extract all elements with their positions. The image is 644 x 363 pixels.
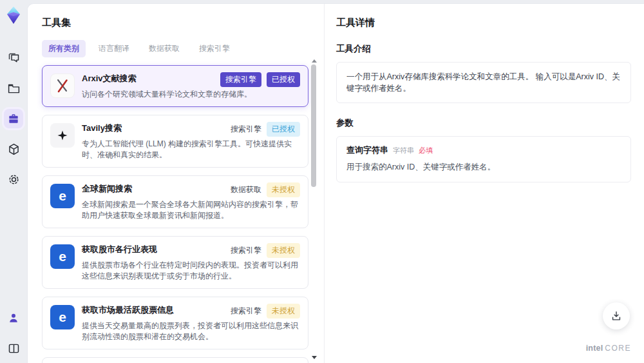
params-section-title: 参数 [336, 117, 631, 129]
page-title: 工具集 [42, 17, 324, 29]
param-type: 字符串 [393, 146, 414, 155]
arxiv-logo-icon [50, 74, 75, 98]
tool-name: 获取股市各行业表现 [82, 243, 157, 256]
sidebar-item-user[interactable] [4, 308, 23, 328]
intel-core-logo: intel CORE [586, 344, 631, 353]
intro-section-title: 工具介绍 [336, 43, 631, 55]
brand-intel-text: intel [586, 344, 603, 353]
main-content: 工具集 所有类别 语言翻译 数据获取 搜索引擎 Arxiv文献搜索 [27, 3, 644, 363]
tab-search-engine[interactable]: 搜索引擎 [193, 40, 236, 57]
tool-list-scrollbar[interactable] [311, 58, 317, 360]
param-name: 查询字符串 [346, 144, 388, 156]
tool-description: 提供股票市场各个行业在特定时间段内的表现。投资者可以利用这些信息来识别表现优于或… [82, 260, 300, 282]
tool-description: 提供当天交易量最高的股票列表，投资者可以利用这些信息来识别流动性强的股票和潜在的… [82, 320, 300, 342]
tool-list: Arxiv文献搜索 搜索引擎 已授权 访问各个研究领域大量科学论文和文章的存储库… [42, 65, 308, 363]
tab-language-translation[interactable]: 语言翻译 [92, 40, 136, 57]
news-app-icon: e [50, 244, 75, 269]
tool-card-arxiv[interactable]: Arxiv文献搜索 搜索引擎 已授权 访问各个研究领域大量科学论文和文章的存储库… [42, 65, 308, 107]
tool-intro-text: 一个用于从Arxiv存储库搜索科学论文和文章的工具。 输入可以是Arxiv ID… [336, 62, 631, 103]
scrollbar-thumb[interactable] [311, 64, 316, 187]
tool-card-global-news[interactable]: e 全球新闻搜索 数据获取 未授权 全球新闻搜索是一个聚合全球各大新闻网站内容的… [42, 175, 308, 228]
sidebar-item-chat[interactable] [4, 48, 23, 68]
category-badge: 搜索引擎 [220, 72, 261, 87]
tool-name: Tavily搜索 [82, 122, 122, 135]
news-app-icon: e [50, 305, 75, 329]
status-badge: 未授权 [267, 182, 300, 197]
category-tabs: 所有类别 语言翻译 数据获取 搜索引擎 [42, 40, 324, 57]
scroll-up-arrow[interactable] [312, 59, 317, 63]
tool-card-sector-performance[interactable]: e 获取股市各行业表现 搜索引擎 未授权 提供股票市场各个行业在特定时间段内的表… [42, 236, 308, 289]
category-label: 搜索引擎 [231, 306, 261, 317]
tab-all-categories[interactable]: 所有类别 [42, 40, 86, 57]
tool-description: 专为人工智能代理 (LLM) 构建的搜索引擎工具。可快速提供实时、准确和真实的结… [82, 139, 300, 161]
left-rail [0, 0, 27, 363]
sidebar-item-settings[interactable] [4, 170, 23, 189]
gear-icon [7, 173, 21, 186]
folder-icon [7, 82, 21, 95]
parameter-card: 查询字符串 字符串 必填 用于搜索的Arxiv ID、关键字或作者姓名。 [336, 136, 631, 182]
download-icon [610, 309, 623, 322]
brand-core-text: CORE [605, 344, 631, 353]
app-logo-icon [5, 6, 23, 25]
tool-description: 访问各个研究领域大量科学论文和文章的存储库。 [82, 89, 300, 100]
category-label: 搜索引擎 [231, 245, 261, 256]
sidebar-item-toolbox[interactable] [4, 109, 23, 128]
sparkle-icon [50, 123, 75, 148]
category-label: 数据获取 [231, 184, 261, 195]
category-label: 搜索引擎 [231, 124, 261, 135]
tab-data-fetch[interactable]: 数据获取 [142, 40, 186, 57]
param-description: 用于搜索的Arxiv ID、关键字或作者姓名。 [346, 162, 621, 173]
status-badge: 未授权 [267, 304, 300, 319]
tool-name: 获取市场最活跃股票信息 [82, 304, 174, 317]
tool-name: Arxiv文献搜索 [82, 72, 137, 85]
news-app-icon: e [50, 184, 75, 208]
toolbox-icon [7, 112, 20, 125]
tools-panel: 工具集 所有类别 语言翻译 数据获取 搜索引擎 Arxiv文献搜索 [28, 4, 325, 363]
status-badge: 已授权 [267, 72, 300, 87]
status-badge: 已授权 [267, 122, 300, 137]
tool-details-panel: 工具详情 工具介绍 一个用于从Arxiv存储库搜索科学论文和文章的工具。 输入可… [325, 4, 644, 363]
details-title: 工具详情 [336, 17, 631, 29]
chat-icon [7, 52, 21, 65]
tool-card-regional-news[interactable]: 万维地区新闻查询 搜索引擎 未授权 查询具体行政区划内的新闻，快速了解各地新闻动 [42, 357, 308, 363]
tool-name: 全球新闻搜索 [82, 182, 132, 195]
tool-card-tavily[interactable]: Tavily搜索 搜索引擎 已授权 专为人工智能代理 (LLM) 构建的搜索引擎… [42, 115, 308, 168]
param-required-flag: 必填 [419, 146, 433, 155]
user-icon [7, 311, 20, 324]
download-button[interactable] [603, 302, 630, 329]
scroll-down-arrow[interactable] [312, 356, 317, 359]
status-badge: 未授权 [267, 243, 300, 258]
cube-icon [7, 142, 21, 156]
tool-card-most-active-stocks[interactable]: e 获取市场最活跃股票信息 搜索引擎 未授权 提供当天交易量最高的股票列表，投资… [42, 297, 308, 349]
tool-description: 全球新闻搜索是一个聚合全球各大新闻网站内容的搜索引擎，帮助用户快速获取全球最新资… [82, 199, 300, 221]
sidebar-item-packages[interactable] [4, 139, 23, 159]
sidebar-item-files[interactable] [4, 79, 23, 98]
sidebar-item-panel-toggle[interactable] [4, 338, 23, 358]
panel-toggle-icon [7, 342, 21, 355]
